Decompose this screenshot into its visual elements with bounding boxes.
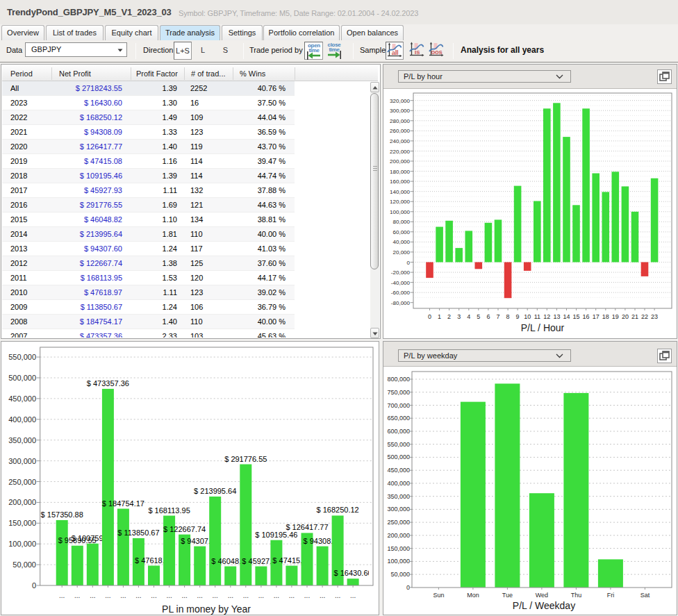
svg-text:20,000: 20,000 [393, 249, 411, 256]
svg-text:$ 291776.55: $ 291776.55 [224, 455, 267, 463]
svg-text:350,000: 350,000 [8, 436, 36, 444]
svg-text:450,000: 450,000 [8, 394, 36, 403]
svg-text:160,000: 160,000 [390, 178, 410, 185]
svg-text:250,000: 250,000 [8, 478, 36, 486]
svg-text:...: ... [120, 592, 126, 599]
svg-text:300,000: 300,000 [387, 506, 410, 513]
svg-text:550,000: 550,000 [8, 353, 36, 361]
svg-text:17: 17 [593, 313, 600, 320]
svg-text:11: 11 [534, 313, 540, 320]
svg-text:time: time [308, 47, 320, 53]
svg-text:300,000: 300,000 [8, 457, 36, 465]
svg-text:400,000: 400,000 [8, 415, 36, 424]
svg-text:PL in money by Year: PL in money by Year [162, 603, 251, 615]
svg-text:5: 5 [477, 313, 480, 320]
svg-text:$ 113850.67: $ 113850.67 [117, 528, 159, 537]
svg-text:220,000: 220,000 [390, 149, 410, 155]
svg-text:100,000: 100,000 [390, 209, 410, 215]
svg-text:...: ... [274, 592, 279, 599]
svg-text:P/L / Hour: P/L / Hour [521, 322, 565, 333]
svg-text:P/L / Weekday: P/L / Weekday [513, 600, 575, 611]
svg-text:...: ... [228, 592, 233, 599]
svg-text:22: 22 [641, 313, 648, 320]
svg-text:$ 157350.88: $ 157350.88 [41, 510, 83, 519]
svg-text:250,000: 250,000 [387, 519, 410, 526]
svg-text:...: ... [350, 592, 356, 599]
svg-text:13: 13 [553, 313, 560, 320]
svg-text:Wed: Wed [536, 592, 548, 599]
svg-text:...: ... [166, 592, 172, 599]
svg-text:4: 4 [467, 313, 470, 320]
svg-text:200,000: 200,000 [390, 158, 410, 165]
svg-text:100,000: 100,000 [387, 558, 410, 565]
svg-text:500,000: 500,000 [387, 453, 410, 460]
svg-text:240,000: 240,000 [390, 138, 410, 144]
svg-text:Fri: Fri [607, 592, 615, 599]
svg-text:...: ... [335, 592, 340, 599]
svg-text:...: ... [258, 592, 264, 599]
svg-text:500,000: 500,000 [8, 374, 36, 382]
svg-text:200,000: 200,000 [387, 532, 410, 539]
svg-text:0: 0 [428, 313, 431, 320]
svg-text:15: 15 [573, 313, 580, 320]
svg-text:...: ... [151, 592, 156, 599]
svg-text:50,000: 50,000 [13, 560, 36, 569]
svg-text:12: 12 [543, 313, 550, 320]
svg-text:-80,000: -80,000 [391, 300, 411, 306]
svg-text:18: 18 [602, 313, 609, 320]
svg-text:$ 213995.64: $ 213995.64 [194, 487, 236, 495]
svg-text:oos: oos [431, 48, 443, 56]
svg-text:...: ... [289, 592, 295, 599]
svg-text:...: ... [90, 592, 95, 599]
svg-text:Tue: Tue [502, 592, 513, 599]
svg-text:all: all [392, 49, 399, 56]
svg-text:140,000: 140,000 [390, 189, 410, 195]
svg-text:120,000: 120,000 [390, 199, 410, 205]
svg-text:$ 126417.77: $ 126417.77 [286, 523, 328, 531]
svg-text:80,000: 80,000 [393, 219, 411, 225]
svg-text:is: is [414, 48, 419, 56]
svg-text:16: 16 [583, 313, 590, 320]
svg-text:7: 7 [496, 313, 499, 320]
svg-text:50,000: 50,000 [390, 571, 410, 578]
svg-text:0: 0 [32, 581, 36, 590]
svg-text:400,000: 400,000 [387, 480, 410, 487]
svg-text:...: ... [304, 592, 310, 599]
svg-text:21: 21 [631, 313, 638, 320]
svg-text:...: ... [105, 592, 110, 599]
svg-text:40,000: 40,000 [393, 239, 411, 245]
svg-text:Sat: Sat [640, 592, 650, 599]
svg-text:23: 23 [651, 313, 658, 320]
svg-text:60,000: 60,000 [393, 229, 411, 235]
svg-text:-40,000: -40,000 [391, 280, 411, 286]
svg-text:...: ... [320, 592, 325, 599]
svg-text:180,000: 180,000 [390, 169, 410, 175]
svg-text:350,000: 350,000 [387, 493, 410, 500]
svg-text:19: 19 [612, 313, 619, 320]
svg-text:100,000: 100,000 [8, 540, 36, 548]
svg-text:$ 473357.36: $ 473357.36 [87, 379, 129, 388]
svg-text:-20,000: -20,000 [391, 269, 411, 276]
svg-text:$ 16430.60: $ 16430.60 [334, 569, 372, 577]
svg-text:Thu: Thu [571, 592, 582, 599]
svg-text:...: ... [181, 592, 187, 599]
svg-text:$ 122667.74: $ 122667.74 [163, 525, 206, 533]
svg-text:550,000: 550,000 [387, 441, 410, 448]
svg-text:200,000: 200,000 [8, 498, 36, 506]
svg-text:$ 168113.95: $ 168113.95 [148, 506, 190, 515]
svg-text:300,000: 300,000 [390, 108, 410, 114]
svg-text:...: ... [197, 592, 203, 599]
svg-text:...: ... [135, 592, 141, 599]
svg-text:1: 1 [438, 313, 441, 320]
svg-text:280,000: 280,000 [390, 118, 410, 124]
svg-text:20: 20 [622, 313, 629, 320]
svg-text:Mon: Mon [467, 592, 479, 599]
svg-text:$ 168250.12: $ 168250.12 [317, 506, 359, 514]
svg-text:2: 2 [447, 313, 451, 320]
svg-text:150,000: 150,000 [8, 519, 36, 527]
svg-text:Sun: Sun [433, 592, 444, 599]
svg-text:9: 9 [516, 313, 520, 320]
svg-text:...: ... [213, 592, 218, 599]
svg-text:320,000: 320,000 [390, 98, 410, 104]
svg-text:750,000: 750,000 [387, 389, 410, 396]
